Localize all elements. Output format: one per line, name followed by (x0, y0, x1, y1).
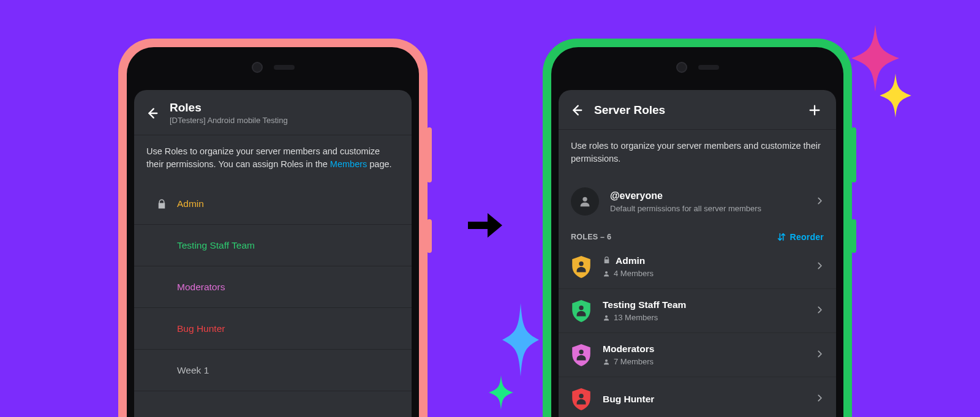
lock-icon (146, 198, 177, 209)
role-name: Bug Hunter (177, 323, 225, 334)
chevron-right-icon (815, 350, 824, 360)
role-member-count: 13 Members (603, 313, 686, 322)
person-icon (571, 187, 599, 216)
svg-point-7 (579, 306, 583, 310)
role-member-count: 4 Members (603, 269, 654, 278)
back-icon[interactable] (567, 101, 586, 119)
role-row[interactable]: Testing Staff Team 13 Members (559, 289, 836, 333)
role-row[interactable]: Bug Hunter (134, 308, 412, 350)
svg-point-4 (582, 197, 587, 201)
sparkle-icon (489, 375, 513, 412)
svg-point-8 (605, 315, 608, 318)
everyone-role-row[interactable]: @everyone Default permissions for all se… (559, 178, 836, 229)
role-name: Testing Staff Team (603, 299, 686, 310)
chevron-right-icon (815, 306, 824, 316)
sparkle-icon (880, 73, 911, 120)
description-text: page. (367, 159, 391, 169)
roles-section-header: ROLES – 6 Reorder (559, 229, 836, 245)
role-name: Admin (603, 255, 654, 266)
chevron-right-icon (815, 261, 824, 272)
role-member-count: 7 Members (603, 357, 654, 366)
phone-side-button (427, 219, 432, 253)
roles-panel-new: Server Roles Use roles to organize your … (559, 90, 836, 417)
role-row[interactable]: Moderators (134, 266, 412, 308)
role-row[interactable]: Admin (134, 183, 412, 225)
roles-count-label: ROLES – 6 (571, 233, 611, 241)
reorder-icon (777, 232, 786, 242)
person-icon (603, 314, 610, 321)
phone-screen: Roles [DTesters] Android mobile Testing … (127, 47, 419, 417)
role-name: Moderators (177, 282, 225, 293)
role-row[interactable]: Admin 4 Members (559, 245, 836, 289)
add-role-button[interactable] (805, 101, 824, 119)
role-row[interactable]: Bug Hunter (559, 377, 836, 417)
svg-point-9 (579, 350, 583, 354)
header: Server Roles (559, 90, 836, 130)
shield-icon (571, 257, 592, 277)
role-name: Week 1 (177, 365, 209, 376)
shield-icon (571, 389, 592, 410)
shield-icon (571, 301, 592, 321)
chevron-right-icon (815, 197, 824, 207)
reorder-label: Reorder (790, 232, 824, 242)
role-name: Admin (177, 198, 204, 209)
page-subtitle: [DTesters] Android mobile Testing (170, 116, 399, 125)
svg-point-10 (605, 359, 608, 362)
arrow-icon (466, 208, 505, 245)
svg-point-11 (579, 394, 583, 398)
sparkle-icon (502, 303, 539, 379)
page-title: Roles (170, 101, 399, 115)
phone-side-button (851, 219, 856, 253)
reorder-button[interactable]: Reorder (777, 232, 824, 242)
phone-screen: Server Roles Use roles to organize your … (551, 47, 843, 417)
role-row[interactable]: Week 1 (134, 350, 412, 391)
role-row[interactable]: Testing Staff Team (134, 225, 412, 266)
person-icon (603, 358, 610, 366)
shield-icon (571, 345, 592, 366)
back-icon[interactable] (143, 104, 161, 122)
page-title: Server Roles (594, 103, 797, 117)
role-name: Bug Hunter (603, 394, 654, 405)
description: Use Roles to organize your server member… (134, 135, 412, 183)
members-link[interactable]: Members (330, 159, 367, 169)
header: Roles [DTesters] Android mobile Testing (134, 90, 412, 135)
phone-side-button (851, 127, 856, 182)
chevron-right-icon (815, 394, 824, 404)
svg-point-6 (605, 271, 608, 274)
role-name: Testing Staff Team (177, 240, 255, 251)
everyone-role-name: @everyone (610, 190, 761, 201)
description: Use roles to organize your server member… (559, 130, 836, 178)
phone-old: Roles [DTesters] Android mobile Testing … (118, 39, 428, 417)
phone-new: Server Roles Use roles to organize your … (543, 39, 852, 417)
role-row[interactable]: Moderators 7 Members (559, 333, 836, 377)
svg-point-5 (579, 261, 583, 266)
lock-icon (603, 255, 611, 266)
person-icon (603, 270, 610, 277)
phone-notch (676, 62, 719, 73)
role-name: Moderators (603, 344, 654, 355)
everyone-role-sub: Default permissions for all server membe… (610, 204, 761, 213)
roles-panel-old: Roles [DTesters] Android mobile Testing … (134, 90, 412, 417)
phone-side-button (427, 127, 432, 182)
phone-notch (252, 62, 295, 73)
